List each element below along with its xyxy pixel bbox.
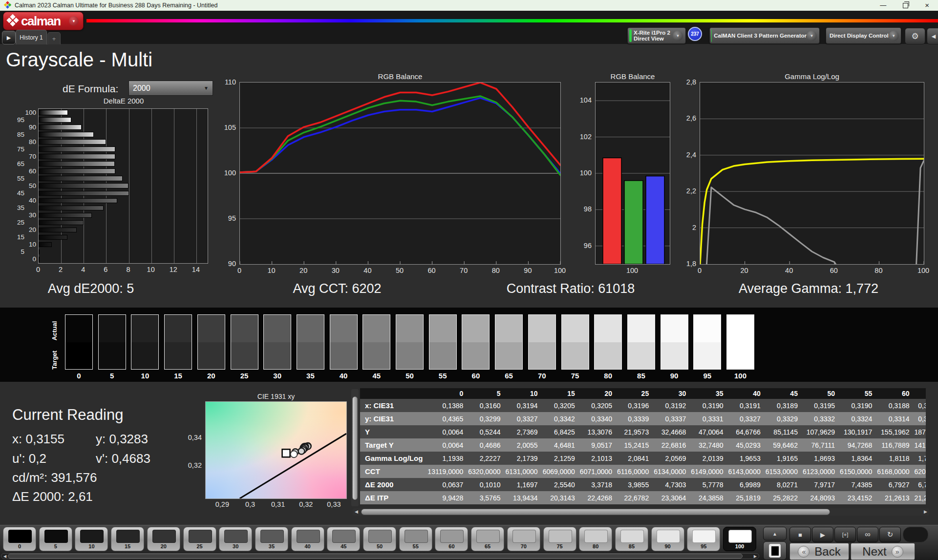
chevron-right-icon: » xyxy=(892,546,903,558)
pattern-scroll-left-icon[interactable]: ◀ xyxy=(3,554,6,560)
grayscale-swatch-85 xyxy=(627,314,655,370)
pattern-window-button[interactable] xyxy=(763,541,787,560)
pattern-collapse-button[interactable]: ▲ xyxy=(763,527,787,540)
table-cell: 25,1819 xyxy=(728,491,766,504)
table-header-row: 05101520253035404550556065 xyxy=(360,388,926,399)
back-button[interactable]: « Back xyxy=(789,543,849,560)
pattern-button-45[interactable]: 45 xyxy=(327,527,360,551)
pattern-swatch xyxy=(368,530,392,543)
grayscale-swatch-label: 10 xyxy=(141,372,149,380)
meter-dropdown[interactable]: X-Rite i1Pro 2 Direct View ▼ xyxy=(627,27,686,44)
pattern-scroll-right-icon[interactable]: ▶ xyxy=(754,554,757,560)
grayscale-swatch-95 xyxy=(693,314,721,370)
pattern-scrollbar-thumb[interactable] xyxy=(8,554,743,559)
pattern-button-0[interactable]: 0 xyxy=(3,527,36,551)
tab-history-1[interactable]: History 1 xyxy=(16,30,47,44)
refresh-button[interactable]: ↻ xyxy=(879,527,901,542)
pattern-swatch xyxy=(728,530,752,543)
stop-button[interactable]: ■ xyxy=(789,527,811,542)
deltae-bar-15 xyxy=(39,235,67,240)
pattern-swatch xyxy=(80,530,104,543)
de-formula-select[interactable]: 2000 ▼ xyxy=(128,81,213,96)
deltae-bar-65 xyxy=(39,161,115,166)
infinity-icon: ∞ xyxy=(865,530,870,539)
continuous-measure-button[interactable]: ∞ xyxy=(857,527,878,542)
close-button[interactable]: × xyxy=(925,0,929,11)
table-col-header: 40 xyxy=(728,388,766,399)
pattern-button-10[interactable]: 10 xyxy=(75,527,108,551)
settings-button[interactable]: ⚙ xyxy=(905,28,925,44)
chevron-left-icon: « xyxy=(798,546,810,558)
table-cell: 2,1013 xyxy=(580,452,617,465)
pattern-button-85[interactable]: 85 xyxy=(615,527,648,551)
table-scroll-left-icon[interactable]: ◀ xyxy=(353,508,360,516)
pattern-button-80[interactable]: 80 xyxy=(579,527,612,551)
pattern-button-55[interactable]: 55 xyxy=(399,527,432,551)
play-button[interactable]: ▶ xyxy=(812,527,833,542)
table-cell: 0,3191 xyxy=(728,399,766,412)
calman-menu-button[interactable]: calman ▼ xyxy=(3,12,84,30)
table-cell: 23,3064 xyxy=(654,491,691,504)
pattern-button-25[interactable]: 25 xyxy=(183,527,216,551)
pattern-button-65[interactable]: 65 xyxy=(471,527,504,551)
page-title: Grayscale - Multi xyxy=(6,49,152,71)
axis-tick-label: 0,33 xyxy=(327,500,341,508)
table-scroll-right-icon[interactable]: ▶ xyxy=(922,508,929,516)
table-cell: 6131,0000 xyxy=(505,465,542,478)
table-vertical-scrollbar-thumb[interactable] xyxy=(352,396,358,500)
table-cell: 4,7303 xyxy=(654,478,691,491)
table-col-header: 20 xyxy=(580,388,617,399)
pattern-button-95[interactable]: 95 xyxy=(687,527,720,551)
restore-button[interactable] xyxy=(903,3,908,8)
grayscale-swatch-label: 55 xyxy=(439,372,447,380)
meter-status-accent xyxy=(629,29,632,42)
extra-transport-button[interactable] xyxy=(903,527,928,542)
single-measure-button[interactable]: [+] xyxy=(834,527,856,542)
pattern-button-40[interactable]: 40 xyxy=(291,527,324,551)
table-cell: 6320,0000 xyxy=(468,465,505,478)
axis-tick-label: 100 xyxy=(580,169,592,177)
layout-nav-button[interactable]: ▶ xyxy=(2,31,16,44)
pattern-button-15[interactable]: 15 xyxy=(111,527,144,551)
rgb-line-chart-plot xyxy=(239,82,561,265)
table-col-header: 25 xyxy=(617,388,654,399)
pattern-button-90[interactable]: 90 xyxy=(651,527,684,551)
add-tab-button[interactable]: + xyxy=(47,32,61,44)
axis-tick-label: 10 xyxy=(268,267,276,274)
table-row: Target Y0,00640,46862,00554,64819,051715… xyxy=(360,438,926,452)
chevron-down-icon: ▼ xyxy=(204,85,209,91)
pattern-button-50[interactable]: 50 xyxy=(363,527,396,551)
next-button-label: Next xyxy=(862,545,886,559)
table-cell: 25,2822 xyxy=(766,491,803,504)
collapse-toolbar-button[interactable]: ◀ xyxy=(927,28,938,44)
table-cell: 2,0841 xyxy=(617,452,654,465)
meter-count-badge[interactable]: 237 xyxy=(688,27,702,41)
display-control-dropdown[interactable]: Direct Display Control ▼ xyxy=(826,27,901,44)
table-cell: 0,3205 xyxy=(543,399,580,412)
deltae-bar-35 xyxy=(39,206,104,211)
pattern-button-35[interactable]: 35 xyxy=(255,527,288,551)
table-horizontal-scrollbar[interactable]: ◀ ▶ xyxy=(353,508,929,516)
pattern-button-20[interactable]: 20 xyxy=(147,527,180,551)
pattern-button-label: 90 xyxy=(652,543,684,549)
pattern-button-5[interactable]: 5 xyxy=(39,527,72,551)
pattern-generator-dropdown[interactable]: CalMAN Client 3 Pattern Generator ▼ xyxy=(709,27,820,44)
pattern-window-icon xyxy=(769,544,781,558)
pattern-button-75[interactable]: 75 xyxy=(543,527,576,551)
pattern-button-70[interactable]: 70 xyxy=(507,527,540,551)
axis-tick-label: 105 xyxy=(224,124,236,131)
deltae-bar-70 xyxy=(39,154,115,159)
table-cell: 6143,0000 xyxy=(728,465,766,478)
table-cell: 21,2885 xyxy=(914,491,926,504)
pattern-button-60[interactable]: 60 xyxy=(435,527,468,551)
table-horizontal-scrollbar-thumb[interactable] xyxy=(361,509,830,515)
axis-tick-label: 70 xyxy=(29,152,36,160)
pattern-button-30[interactable]: 30 xyxy=(219,527,252,551)
minimize-button[interactable]: — xyxy=(880,0,886,11)
table-cell: 1,1938 xyxy=(427,452,468,465)
axis-tick-label: 98 xyxy=(584,205,592,213)
pattern-button-label: 85 xyxy=(616,543,648,549)
table-row-label: y: CIE31 xyxy=(360,412,427,425)
pattern-button-100[interactable]: 100 xyxy=(723,527,756,551)
next-button[interactable]: Next » xyxy=(851,543,915,560)
